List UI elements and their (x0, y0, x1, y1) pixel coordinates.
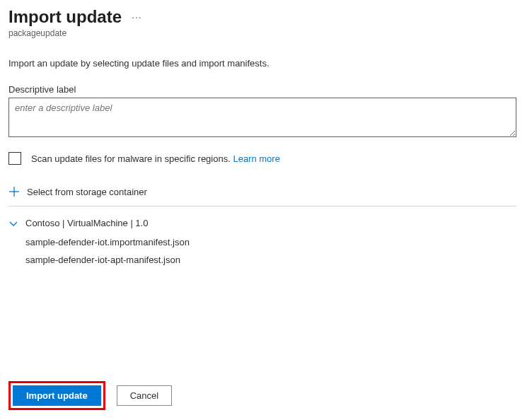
page-title: Import update (8, 7, 122, 27)
package-title: Contoso | VirtualMachine | 1.0 (25, 218, 148, 228)
list-item: sample-defender-iot.importmanifest.json (25, 237, 524, 247)
cancel-button[interactable]: Cancel (117, 385, 172, 406)
select-storage-label: Select from storage container (27, 187, 147, 197)
select-storage-button[interactable]: Select from storage container (8, 186, 516, 206)
descriptive-label-caption: Descriptive label (8, 84, 524, 95)
chevron-down-icon (8, 218, 18, 228)
plus-icon (8, 186, 20, 197)
page-description: Import an update by selecting update fil… (8, 58, 524, 69)
learn-more-link[interactable]: Learn more (233, 153, 279, 164)
list-item: sample-defender-iot-apt-manifest.json (25, 255, 524, 265)
descriptive-label-input[interactable] (8, 98, 516, 137)
package-toggle[interactable]: Contoso | VirtualMachine | 1.0 (8, 218, 524, 228)
file-list: sample-defender-iot.importmanifest.json … (25, 237, 524, 265)
page-subtitle: packageupdate (8, 28, 524, 38)
scan-malware-checkbox[interactable] (8, 152, 21, 165)
import-button-highlight: Import update (8, 381, 105, 410)
scan-malware-label: Scan update files for malware in specifi… (31, 153, 280, 164)
more-icon[interactable]: ··· (132, 12, 142, 22)
import-update-button[interactable]: Import update (13, 385, 101, 406)
